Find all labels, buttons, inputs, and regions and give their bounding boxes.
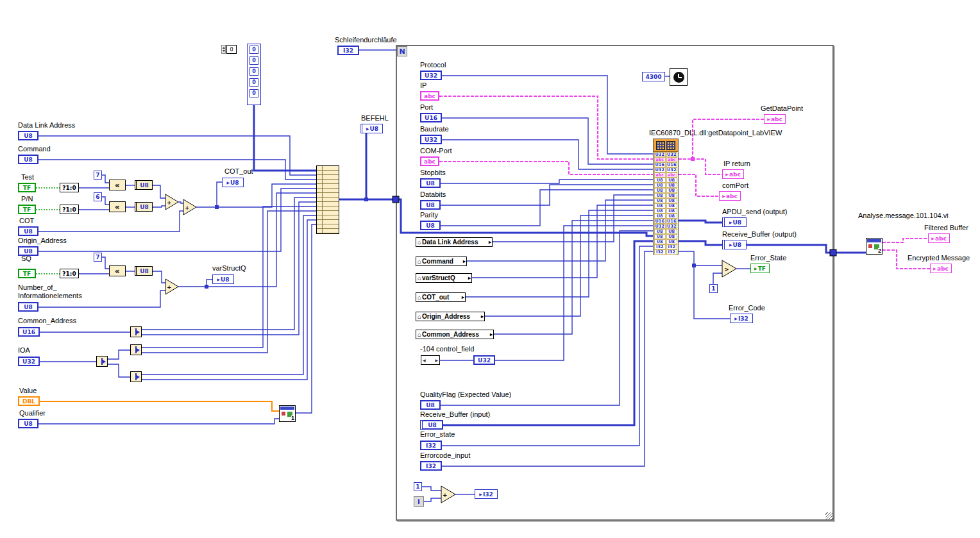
filtered-buffer-terminal[interactable]: abc xyxy=(928,233,950,243)
dll-param-cell[interactable]: U32 xyxy=(666,152,678,157)
ip-terminal[interactable]: abc xyxy=(420,91,439,101)
dll-param-cell[interactable]: U8 xyxy=(654,178,666,183)
error-state-in-terminal[interactable]: I32 xyxy=(420,441,442,450)
array-element[interactable]: 0 xyxy=(249,89,258,97)
dll-param-cell[interactable]: abc xyxy=(666,157,678,162)
logical-shift-node[interactable]: « xyxy=(109,180,126,190)
error-code-terminal[interactable]: I32 xyxy=(730,314,753,323)
command-terminal[interactable]: U8 xyxy=(18,155,38,164)
dll-param-cell[interactable]: U32 xyxy=(666,224,678,229)
pn-terminal[interactable]: TF xyxy=(18,205,36,214)
loop-resize-handle[interactable] xyxy=(825,512,832,519)
shift-count-constant[interactable]: 6 xyxy=(94,192,102,201)
ip-return-terminal[interactable]: abc xyxy=(722,169,744,179)
error-state-terminal[interactable]: TF xyxy=(750,264,770,273)
dll-param-cell[interactable]: U8 xyxy=(654,183,666,188)
logical-shift-node[interactable]: « xyxy=(109,201,126,212)
dll-param-cell[interactable]: U8 xyxy=(666,198,678,203)
array-element[interactable]: 0 xyxy=(249,78,258,87)
encrypted-message-terminal[interactable]: abc xyxy=(930,264,952,273)
array-element[interactable]: 0 xyxy=(249,67,258,76)
local-variable-origin-address[interactable]: Origin_Address xyxy=(416,312,485,321)
split-number-node[interactable] xyxy=(130,344,142,355)
ioa-terminal[interactable]: U32 xyxy=(18,357,40,366)
dll-param-cell[interactable]: U8 xyxy=(654,214,666,219)
varstructq-terminal[interactable]: U8 xyxy=(212,274,234,284)
to-u8-conversion-node[interactable]: U8 xyxy=(135,266,153,276)
dll-param-cell[interactable]: U8 xyxy=(666,188,678,193)
dll-param-cell[interactable]: U16 xyxy=(654,219,666,224)
loop-count-terminal[interactable]: I32 xyxy=(337,46,359,55)
dll-param-cell[interactable]: I32 xyxy=(654,244,666,249)
dll-param-cell[interactable]: U8 xyxy=(666,203,678,208)
analyse-vi-icon[interactable]: 2 xyxy=(866,238,883,255)
shift-count-constant[interactable]: 7 xyxy=(94,171,102,180)
wait-timer-node[interactable] xyxy=(670,68,688,86)
dll-param-cell[interactable]: U8 xyxy=(666,234,678,239)
local-variable-command[interactable]: Command xyxy=(416,256,467,266)
dll-param-cell[interactable]: I32 xyxy=(666,249,678,255)
bool-to-int-node[interactable]: ?1:0 xyxy=(60,183,79,192)
receive-buffer-out-terminal[interactable]: U8 xyxy=(722,240,747,249)
databits-terminal[interactable]: U8 xyxy=(420,200,441,210)
dll-param-cell[interactable]: U8 xyxy=(666,193,678,198)
local-variable-cot-out[interactable]: COT_out xyxy=(416,292,466,302)
to-u8-conversion-node[interactable]: U8 xyxy=(135,180,153,190)
dll-param-cell[interactable]: U8 xyxy=(654,239,666,244)
qualityflag-terminal[interactable]: U8 xyxy=(420,400,441,410)
local-variable-data-link-address[interactable]: Data Link Address xyxy=(416,237,493,247)
baudrate-terminal[interactable]: U32 xyxy=(420,135,442,144)
getdatapoint-terminal[interactable]: abc xyxy=(764,114,786,124)
dll-param-cell[interactable]: U8 xyxy=(654,198,666,203)
dll-param-cell[interactable]: U8 xyxy=(654,203,666,208)
local-variable-common-address[interactable]: Common_Address xyxy=(416,330,494,339)
dll-param-cell[interactable]: U32 xyxy=(654,224,666,229)
befehl-terminal[interactable]: U8 xyxy=(360,124,383,133)
sq-terminal[interactable]: TF xyxy=(18,269,36,278)
dll-param-cell[interactable]: U32 xyxy=(666,167,678,172)
shift-count-constant[interactable]: 7 xyxy=(94,253,102,262)
port-terminal[interactable]: U16 xyxy=(420,113,442,122)
dll-param-cell[interactable]: U32 xyxy=(654,167,666,172)
array-element[interactable]: 0 xyxy=(249,46,258,54)
split-number-node[interactable] xyxy=(130,326,142,337)
bool-to-int-node[interactable]: ?1:0 xyxy=(60,269,79,278)
stopbits-terminal[interactable]: U8 xyxy=(420,178,441,188)
array-index-spinner[interactable] xyxy=(221,45,226,54)
number-of-terminal[interactable]: U8 xyxy=(18,302,38,312)
build-array-node[interactable] xyxy=(316,165,339,234)
dll-param-cell[interactable]: U8 xyxy=(654,234,666,239)
array-index-display[interactable]: 0 xyxy=(226,45,237,54)
dll-param-cell[interactable]: U16 xyxy=(666,162,678,167)
dll-param-cell[interactable]: U32 xyxy=(654,152,666,157)
dll-param-cell[interactable]: I32 xyxy=(666,244,678,249)
dll-param-cell[interactable]: I32 xyxy=(654,249,666,255)
local-variable-varstructq[interactable]: varStructQ xyxy=(416,273,472,283)
wait-time-constant[interactable]: 4300 xyxy=(642,72,665,81)
test-terminal[interactable]: TF xyxy=(18,183,36,192)
split-number-node[interactable] xyxy=(130,371,142,382)
comport-terminal[interactable]: abc xyxy=(719,191,741,201)
cot-out-terminal[interactable]: U8 xyxy=(222,178,244,187)
subvi-icon-1[interactable]: 1 xyxy=(279,405,296,422)
array-constant-elements[interactable]: 00000 xyxy=(247,44,261,105)
parity-terminal[interactable]: U8 xyxy=(420,221,441,230)
errorcode-input-terminal[interactable]: I32 xyxy=(420,461,442,471)
split-number-node[interactable] xyxy=(96,356,108,367)
dll-param-cell[interactable]: U8 xyxy=(666,208,678,214)
loop-n-terminal[interactable]: N xyxy=(397,46,407,56)
protocol-terminal[interactable]: U32 xyxy=(420,71,442,80)
dll-param-cell[interactable]: U8 xyxy=(666,214,678,219)
dll-param-cell[interactable]: U16 xyxy=(666,219,678,224)
value-terminal[interactable]: DBL xyxy=(18,396,40,406)
dll-param-cell[interactable]: U8 xyxy=(666,183,678,188)
dll-param-cell[interactable]: U8 xyxy=(654,208,666,214)
dll-call-node[interactable]: U32U32abcabcU16U16U32U32abcabcU8U8U8U8U8… xyxy=(653,139,679,255)
bool-to-int-node[interactable]: ?1:0 xyxy=(60,205,79,214)
dll-param-cell[interactable]: abc xyxy=(666,172,678,178)
array-element[interactable]: 0 xyxy=(249,56,258,65)
to-u8-conversion-node[interactable]: U8 xyxy=(135,202,153,212)
qualifier-terminal[interactable]: U8 xyxy=(18,419,38,428)
increment-constant[interactable]: 1 xyxy=(414,482,422,491)
error-compare-constant[interactable]: 1 xyxy=(709,284,718,293)
